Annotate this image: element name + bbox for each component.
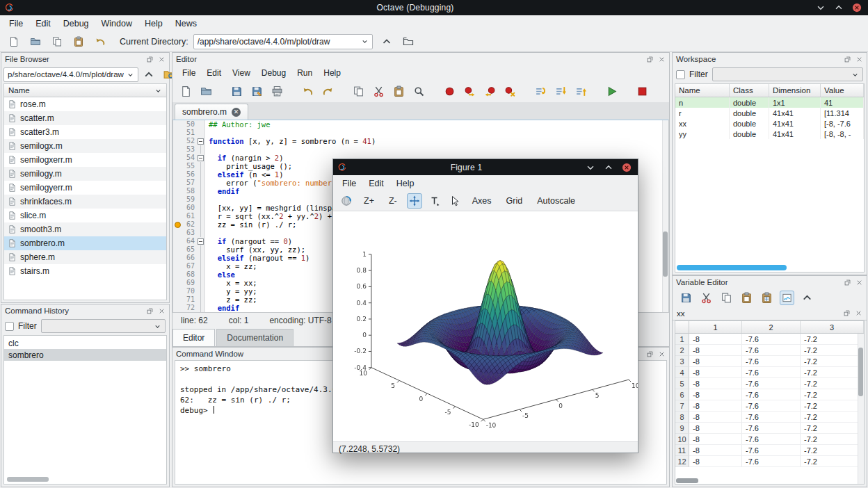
grid-cell[interactable]: -7.2 bbox=[801, 456, 864, 467]
grid-cell[interactable]: -7.2 bbox=[801, 434, 864, 445]
close-panel-icon[interactable] bbox=[855, 56, 863, 63]
grid-row-header[interactable]: 3 bbox=[675, 356, 689, 367]
code-line[interactable]: 50## Author: jwe bbox=[173, 120, 668, 129]
grid-cell[interactable]: -7.2 bbox=[801, 345, 864, 356]
grid-row-header[interactable]: 8 bbox=[675, 412, 689, 423]
insert-text-tool-button[interactable] bbox=[427, 193, 442, 209]
cut-button[interactable] bbox=[371, 84, 386, 99]
grid-cell[interactable]: -7.2 bbox=[801, 389, 864, 400]
grid-cell[interactable]: -8 bbox=[689, 367, 742, 378]
menu-file[interactable]: File bbox=[177, 67, 201, 79]
grid-column-header[interactable]: 1 bbox=[689, 321, 742, 333]
grid-row-header[interactable]: 10 bbox=[675, 434, 689, 445]
rotate-tool-button[interactable] bbox=[339, 193, 354, 209]
grid-cell[interactable]: -8 bbox=[689, 434, 742, 445]
find-button[interactable] bbox=[412, 84, 426, 99]
workspace-row[interactable]: yydouble41x41[-8, -8, - bbox=[675, 129, 864, 139]
history-item[interactable]: sombrero bbox=[4, 349, 166, 361]
browse-button[interactable] bbox=[400, 34, 417, 49]
grid-cell[interactable]: -7.2 bbox=[801, 423, 864, 434]
grid-cell[interactable]: -7.6 bbox=[742, 423, 801, 434]
file-item[interactable]: semilogyerr.m bbox=[4, 181, 166, 195]
up-button[interactable] bbox=[141, 67, 156, 82]
history-item[interactable]: clc bbox=[4, 337, 166, 349]
grid-cell[interactable]: -8 bbox=[689, 389, 742, 400]
grid-cell[interactable]: -7.6 bbox=[742, 389, 801, 400]
plot-button[interactable] bbox=[780, 291, 794, 305]
grid-cell[interactable]: -8 bbox=[689, 456, 742, 467]
filter-checkbox[interactable] bbox=[5, 322, 14, 331]
grid-cell[interactable]: -7.6 bbox=[742, 367, 801, 378]
workspace-row[interactable]: xxdouble41x41[-8, -7.6 bbox=[675, 118, 864, 129]
variable-tab-label[interactable]: xx bbox=[677, 309, 685, 318]
grid-cell[interactable]: -8 bbox=[689, 412, 742, 423]
undock-icon[interactable] bbox=[844, 279, 851, 286]
grid-row-header[interactable]: 1 bbox=[675, 334, 689, 345]
pan-tool-button[interactable] bbox=[407, 193, 422, 209]
close-variable-icon[interactable] bbox=[855, 309, 862, 317]
grid-row-header[interactable]: 11 bbox=[675, 445, 689, 456]
print-button[interactable] bbox=[270, 84, 284, 99]
menu-run[interactable]: Run bbox=[291, 67, 318, 79]
undo-button[interactable] bbox=[92, 34, 108, 49]
grid-cell[interactable]: -8 bbox=[689, 445, 742, 456]
grid-cell[interactable]: -7.6 bbox=[742, 400, 801, 412]
grid-row-header[interactable]: 6 bbox=[675, 389, 689, 400]
step-out-button[interactable] bbox=[574, 84, 588, 99]
grid-cell[interactable]: -7.6 bbox=[742, 456, 801, 467]
save-as-button[interactable] bbox=[250, 84, 264, 99]
grid-cell[interactable]: -7.6 bbox=[742, 378, 801, 389]
menu-help[interactable]: Help bbox=[138, 17, 169, 31]
menu-view[interactable]: View bbox=[227, 67, 256, 79]
grid-cell[interactable]: -8 bbox=[689, 400, 742, 412]
undock-icon[interactable] bbox=[646, 56, 654, 63]
close-panel-icon[interactable] bbox=[158, 56, 166, 63]
name-column-header[interactable]: Name bbox=[4, 84, 166, 97]
close-button[interactable] bbox=[622, 163, 632, 172]
grid-row-header[interactable]: 4 bbox=[675, 367, 689, 378]
menu-news[interactable]: News bbox=[169, 17, 203, 31]
path-combo[interactable]: p/share/octave/4.4.0/m/plot/draw bbox=[3, 67, 138, 82]
grid-cell[interactable]: -7.6 bbox=[742, 445, 801, 456]
tab-sombrero[interactable]: sombrero.m ✕ bbox=[175, 104, 248, 120]
grid-cell[interactable]: -7.6 bbox=[742, 356, 801, 367]
maximize-button[interactable] bbox=[604, 163, 613, 172]
menu-debug[interactable]: Debug bbox=[57, 17, 95, 31]
grid-cell[interactable]: -8 bbox=[689, 356, 742, 367]
file-item[interactable]: sphere.m bbox=[4, 250, 166, 264]
step-over-button[interactable] bbox=[533, 84, 548, 99]
grid-cell[interactable]: -7.6 bbox=[742, 334, 801, 345]
grid-cell[interactable]: -7.6 bbox=[742, 434, 801, 445]
undock-icon[interactable] bbox=[146, 307, 154, 315]
step-in-button[interactable] bbox=[554, 84, 568, 99]
cut-button[interactable] bbox=[699, 291, 714, 305]
horizontal-scrollbar[interactable] bbox=[7, 477, 49, 482]
menu-debug[interactable]: Debug bbox=[256, 67, 291, 79]
file-item[interactable]: semilogx.m bbox=[4, 139, 166, 153]
paste-button[interactable] bbox=[392, 84, 406, 99]
stop-button[interactable] bbox=[635, 84, 650, 99]
grid-cell[interactable]: -7.2 bbox=[801, 334, 864, 345]
copy-button[interactable] bbox=[351, 84, 366, 99]
grid-cell[interactable]: -8 bbox=[689, 423, 742, 434]
surface-plot[interactable] bbox=[333, 211, 638, 439]
close-panel-icon[interactable] bbox=[658, 350, 666, 358]
grid-row-header[interactable]: 12 bbox=[675, 456, 689, 467]
grid-cell[interactable]: -8 bbox=[689, 378, 742, 389]
close-panel-icon[interactable] bbox=[658, 56, 666, 63]
zoom-in-button[interactable]: Z+ bbox=[359, 195, 379, 207]
paste-table-button[interactable] bbox=[760, 291, 774, 305]
close-panel-icon[interactable] bbox=[855, 279, 863, 286]
file-item[interactable]: sombrero.m bbox=[4, 236, 166, 250]
grid-cell[interactable]: -7.6 bbox=[742, 345, 801, 356]
menu-file[interactable]: File bbox=[336, 177, 362, 190]
column-header[interactable]: Value bbox=[821, 84, 864, 97]
zoom-out-button[interactable]: Z- bbox=[384, 195, 402, 207]
menu-help[interactable]: Help bbox=[390, 177, 421, 190]
code-line[interactable]: 53 bbox=[173, 145, 668, 154]
scrollbar-thumb[interactable] bbox=[663, 231, 668, 277]
grid-cell[interactable]: -7.2 bbox=[801, 445, 864, 456]
continue-button[interactable] bbox=[604, 84, 619, 99]
code-line[interactable]: 51 bbox=[173, 129, 668, 137]
paste-button[interactable] bbox=[739, 291, 754, 305]
